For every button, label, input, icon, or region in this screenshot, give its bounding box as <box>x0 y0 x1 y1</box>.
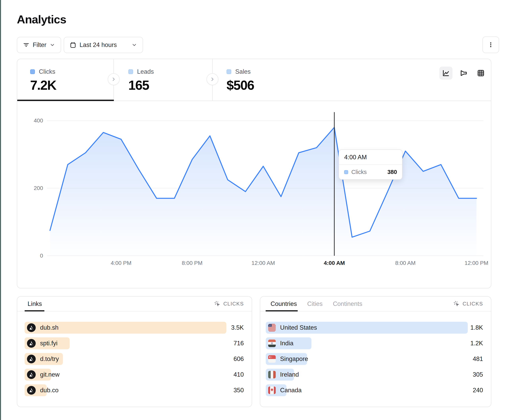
row-value: 481 <box>473 355 483 362</box>
tab-cities[interactable]: Cities <box>307 300 323 307</box>
clicks-legend-square <box>30 69 35 74</box>
table-view-button[interactable] <box>474 66 487 80</box>
stat-value: $506 <box>226 78 254 93</box>
filter-button-label: Filter <box>33 41 46 49</box>
tooltip-series-label: Clicks <box>351 169 384 175</box>
stat-value: 165 <box>128 78 154 93</box>
row-value: 1.2K <box>470 340 483 347</box>
tooltip-time: 4:00 AM <box>339 150 402 165</box>
line-chart-view-button[interactable] <box>439 66 452 80</box>
funnel-icon <box>459 69 468 77</box>
analytics-card: Clicks 7.2K Leads 165 Sales $506 <box>17 59 491 289</box>
flag-ca-icon <box>268 386 276 394</box>
date-range-button[interactable]: Last 24 hours <box>64 37 143 53</box>
sales-legend-square <box>226 69 231 74</box>
tab-countries[interactable]: Countries <box>270 300 297 307</box>
date-range-label: Last 24 hours <box>80 41 117 49</box>
expand-leads-button[interactable] <box>207 73 218 85</box>
line-chart-icon <box>442 69 450 77</box>
dub-logo-icon <box>27 323 36 332</box>
list-item[interactable]: Singapore481 <box>266 353 483 365</box>
dub-logo-icon <box>27 386 36 395</box>
flag-in-icon <box>268 340 276 347</box>
row-value: 716 <box>233 340 244 347</box>
geo-metric-selector[interactable]: CLICKS <box>454 301 483 307</box>
row-label: dub.co <box>40 387 59 394</box>
tooltip-value: 380 <box>387 169 397 175</box>
list-item[interactable]: dub.sh3.5K <box>25 322 244 334</box>
stat-value: 7.2K <box>30 78 56 93</box>
filter-button[interactable]: Filter <box>17 37 61 53</box>
table-grid-icon <box>477 69 485 77</box>
row-label: spti.fyi <box>40 340 58 347</box>
flag-us-icon <box>268 324 276 332</box>
row-label: Singapore <box>280 355 308 362</box>
flag-sg-icon <box>268 355 276 363</box>
y-tick-label: 400 <box>17 117 43 124</box>
list-item[interactable]: spti.fyi716 <box>25 337 244 349</box>
row-value: 606 <box>233 355 244 362</box>
dub-logo-icon <box>27 339 36 348</box>
x-tick-label: 12:00 PM <box>461 260 492 266</box>
list-item[interactable]: Canada240 <box>266 384 483 396</box>
metric-label: CLICKS <box>463 301 483 307</box>
list-item[interactable]: India1.2K <box>266 337 483 349</box>
row-value: 410 <box>233 371 244 378</box>
row-label: Canada <box>280 387 302 394</box>
cursor-click-icon <box>214 301 221 307</box>
analytics-page: Analytics Filter Last 24 hours <box>0 0 508 420</box>
flag-ie-icon <box>268 371 276 378</box>
metric-label: CLICKS <box>223 301 244 307</box>
row-value: 305 <box>473 371 483 378</box>
tab-continents[interactable]: Continents <box>333 300 362 307</box>
chevron-down-icon <box>132 42 137 48</box>
chevron-right-icon <box>210 76 215 82</box>
flag-ca-icon <box>268 386 276 394</box>
row-label: United States <box>280 324 317 331</box>
row-label: dub.sh <box>40 324 59 331</box>
flag-in-icon <box>268 340 276 347</box>
x-tick-label: 8:00 AM <box>389 260 421 266</box>
y-tick-label: 0 <box>17 252 43 259</box>
tab-links[interactable]: Links <box>28 300 42 307</box>
row-value: 3.5K <box>231 324 244 331</box>
chevron-down-icon <box>50 42 55 48</box>
more-options-button[interactable] <box>482 36 499 53</box>
page-title: Analytics <box>17 13 66 26</box>
links-metric-selector[interactable]: CLICKS <box>214 301 244 307</box>
stat-tab-sales[interactable]: Sales $506 <box>226 68 254 93</box>
list-item[interactable]: d.to/try606 <box>25 353 244 365</box>
dub-logo-icon <box>27 323 36 332</box>
row-label: India <box>280 340 293 347</box>
clicks-legend-square <box>344 170 348 174</box>
x-tick-label: 4:00 AM <box>318 260 350 266</box>
y-tick-label: 200 <box>17 185 43 192</box>
row-value: 350 <box>233 387 244 394</box>
left-accent-strip <box>0 0 1 420</box>
countries-panel: Countries Cities Continents CLICKS Unite… <box>260 296 491 407</box>
list-item[interactable]: git.new410 <box>25 369 244 381</box>
stat-label: Sales <box>235 68 251 75</box>
stat-tab-clicks[interactable]: Clicks 7.2K <box>30 68 56 93</box>
dub-logo-icon <box>27 339 36 348</box>
dub-logo-icon <box>27 370 36 379</box>
cursor-click-icon <box>454 301 460 307</box>
list-item[interactable]: Ireland305 <box>266 369 483 381</box>
chevron-right-icon <box>111 76 116 82</box>
leads-legend-square <box>128 69 133 74</box>
x-tick-label: 12:00 AM <box>247 260 279 266</box>
row-value: 240 <box>473 387 483 394</box>
funnel-view-button[interactable] <box>457 66 470 80</box>
dub-logo-icon <box>27 370 36 379</box>
stat-tab-leads[interactable]: Leads 165 <box>128 68 154 93</box>
chart-tooltip: 4:00 AM Clicks 380 <box>339 149 403 180</box>
kebab-menu-icon <box>487 41 494 48</box>
list-item[interactable]: United States1.8K <box>266 322 483 334</box>
expand-clicks-button[interactable] <box>108 73 120 85</box>
list-item[interactable]: dub.co350 <box>25 384 244 396</box>
links-panel: Links CLICKS dub.sh3.5Kspti.fyi716d.to/t… <box>17 296 252 407</box>
x-tick-label: 8:00 PM <box>176 260 208 266</box>
flag-us-icon <box>268 324 276 332</box>
stat-label: Clicks <box>39 68 55 75</box>
x-tick-label: 4:00 PM <box>105 260 137 266</box>
